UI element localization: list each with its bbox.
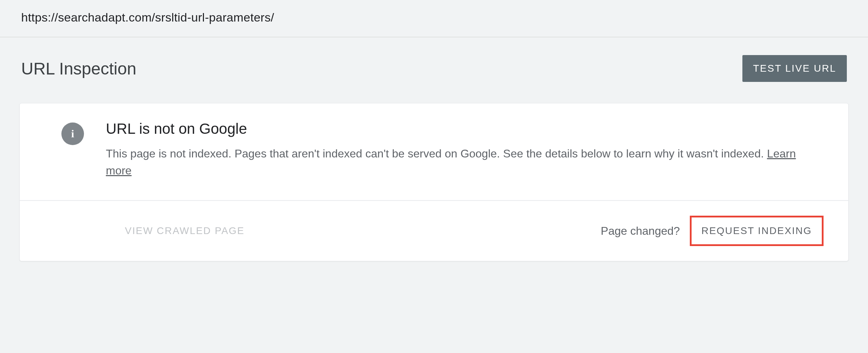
footer-right: Page changed? REQUEST INDEXING (601, 216, 824, 246)
header-row: URL Inspection TEST LIVE URL (0, 37, 868, 103)
info-icon: i (61, 122, 84, 145)
page-title: URL Inspection (21, 59, 136, 78)
page-changed-label: Page changed? (601, 225, 680, 238)
card-content: URL is not on Google This page is not in… (106, 120, 824, 179)
status-card: i URL is not on Google This page is not … (19, 103, 849, 261)
request-indexing-button[interactable]: REQUEST INDEXING (690, 216, 824, 246)
status-title: URL is not on Google (106, 120, 824, 137)
status-description-text: This page is not indexed. Pages that are… (106, 147, 767, 160)
card-footer: VIEW CRAWLED PAGE Page changed? REQUEST … (20, 200, 848, 261)
test-live-url-button[interactable]: TEST LIVE URL (742, 55, 847, 82)
info-icon-glyph: i (71, 128, 74, 140)
card-main: i URL is not on Google This page is not … (20, 103, 848, 200)
view-crawled-page-button: VIEW CRAWLED PAGE (125, 225, 245, 237)
status-description: This page is not indexed. Pages that are… (106, 145, 824, 179)
url-display: https://searchadapt.com/srsltid-url-para… (0, 0, 868, 37)
